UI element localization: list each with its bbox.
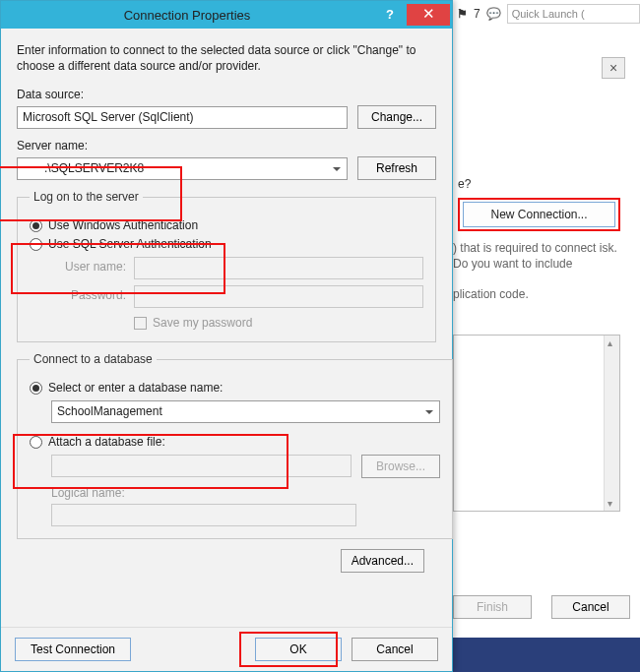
wizard-desc-line1: ) that is required to connect isk. Do yo… (453, 240, 630, 272)
wizard-listbox[interactable] (453, 335, 620, 512)
flag-icon: ⚑ (457, 7, 468, 21)
logical-name-label: Logical name: (51, 486, 440, 500)
radio-select-db[interactable]: Select or enter a database name: (30, 381, 440, 395)
test-connection-button[interactable]: Test Connection (15, 638, 131, 661)
radio-icon (30, 382, 42, 395)
refresh-button[interactable]: Refresh (357, 156, 436, 180)
sql-auth-label: Use SQL Server Authentication (48, 237, 212, 251)
save-password-label: Save my password (153, 316, 252, 330)
wizard-cancel-button[interactable]: Cancel (551, 595, 630, 619)
vs-statusbar (453, 638, 640, 672)
username-label: User name: (51, 260, 126, 274)
wizard-desc-line2: plication code. (453, 287, 630, 301)
database-name-combo[interactable]: SchoolManagement (51, 400, 440, 423)
win-auth-label: Use Windows Authentication (48, 218, 198, 232)
attach-file-field (51, 455, 352, 477)
radio-icon (30, 219, 42, 232)
save-password-checkbox (134, 317, 147, 330)
scrollbar[interactable] (604, 336, 619, 511)
ok-button[interactable]: OK (255, 638, 342, 661)
change-button[interactable]: Change... (357, 105, 436, 129)
connect-db-legend: Connect to a database (30, 352, 157, 366)
password-field (134, 285, 423, 308)
cancel-button[interactable]: Cancel (352, 638, 438, 661)
logon-group: Log on to the server Use Windows Authent… (17, 190, 436, 342)
background-wizard: ⚑ 7 💬 Quick Launch ( × e? New Connection… (453, 0, 640, 672)
server-name-combo[interactable]: .\SQLSERVER2K8 (17, 157, 348, 180)
connection-properties-dialog: Connection Properties ? ✕ Enter informat… (0, 0, 453, 672)
username-field (134, 257, 423, 279)
database-name-value: SchoolManagement (57, 404, 162, 418)
feedback-icon: 💬 (486, 7, 501, 21)
select-db-label: Select or enter a database name: (48, 381, 223, 395)
server-name-value: .\SQLSERVER2K8 (23, 161, 144, 175)
help-button[interactable]: ? (373, 4, 407, 26)
flag-count: 7 (474, 7, 480, 21)
radio-icon (30, 238, 42, 251)
wizard-question-tail: e? (458, 177, 471, 191)
password-label: Password: (51, 288, 126, 302)
radio-icon (30, 436, 42, 449)
radio-win-auth[interactable]: Use Windows Authentication (30, 218, 423, 232)
radio-sql-auth[interactable]: Use SQL Server Authentication (30, 237, 423, 251)
browse-button: Browse... (361, 455, 440, 478)
logical-name-field (51, 504, 356, 526)
advanced-button[interactable]: Advanced... (341, 549, 424, 573)
radio-attach-db[interactable]: Attach a database file: (30, 435, 440, 449)
data-source-field: Microsoft SQL Server (SqlClient) (17, 106, 348, 129)
server-name-label: Server name: (17, 139, 436, 153)
new-connection-button[interactable]: New Connection... (463, 202, 615, 227)
vs-topbar: ⚑ 7 💬 Quick Launch ( (453, 0, 640, 28)
dialog-title: Connection Properties (1, 8, 373, 23)
connect-db-group: Connect to a database Select or enter a … (17, 352, 453, 539)
attach-db-label: Attach a database file: (48, 435, 165, 449)
wizard-finish-button: Finish (453, 595, 532, 619)
logon-legend: Log on to the server (30, 190, 143, 204)
wizard-close-button[interactable]: × (602, 57, 625, 79)
quick-launch-input[interactable]: Quick Launch ( (507, 4, 640, 24)
titlebar: Connection Properties ? ✕ (1, 1, 452, 29)
data-source-label: Data source: (17, 88, 436, 101)
intro-text: Enter information to connect to the sele… (17, 42, 436, 74)
close-button[interactable]: ✕ (407, 4, 450, 26)
